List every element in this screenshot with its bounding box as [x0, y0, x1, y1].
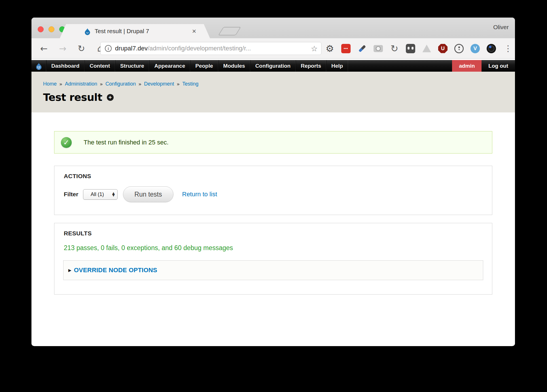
drupal-favicon-icon [84, 27, 91, 35]
toolbar-logout-link[interactable]: Log out [482, 60, 515, 72]
tab-close-icon[interactable]: ✕ [192, 28, 196, 34]
status-message: ✓ The test run finished in 25 sec. [54, 131, 492, 154]
toolbar-item-reports[interactable]: Reports [296, 60, 326, 72]
url-text[interactable]: drupal7.dev/admin/config/development/tes… [115, 45, 251, 52]
screenshot-extension-icon[interactable] [374, 45, 383, 52]
toolbar-item-appearance[interactable]: Appearance [149, 60, 190, 72]
forward-icon: → [57, 43, 68, 54]
extension-row: ⚙ ••• ↻ U V ⋮ [325, 38, 512, 59]
select-stepper-icon: ▲ ▼ [111, 192, 117, 197]
override-node-options-fieldset[interactable]: ▶ OVERRIDE NODE OPTIONS [63, 260, 483, 280]
session-refresh-extension-icon[interactable]: ↻ [390, 44, 399, 53]
browser-navbar: ← → ↻ ⌂ i drupal7.dev/admin/config/devel… [31, 38, 515, 59]
status-message-text: The test run finished in 25 sec. [84, 139, 169, 146]
page-info-icon[interactable]: i [105, 45, 112, 52]
password-manager-extension-icon[interactable]: ••• [341, 44, 351, 53]
url-bar[interactable]: i drupal7.dev/admin/config/development/t… [100, 42, 321, 55]
add-shortcut-icon[interactable]: + [107, 94, 114, 101]
collapsed-arrow-icon: ▶ [68, 268, 71, 272]
tab-title: Test result | Drupal 7 [95, 28, 149, 35]
breadcrumb-development[interactable]: Development [144, 81, 174, 87]
browser-menu-icon[interactable]: ⋮ [504, 44, 512, 53]
breadcrumb-separator: » [59, 81, 62, 87]
camera-lens-extension-icon[interactable] [487, 44, 496, 53]
breadcrumb-configuration[interactable]: Configuration [105, 81, 136, 87]
breadcrumb-separator: » [138, 81, 141, 87]
toolbar-item-structure[interactable]: Structure [115, 60, 149, 72]
reload-icon[interactable]: ↻ [76, 43, 87, 54]
userscript-extension-icon[interactable] [406, 44, 415, 53]
toolbar-item-modules[interactable]: Modules [218, 60, 250, 72]
return-to-list-link[interactable]: Return to list [182, 191, 217, 198]
breadcrumb-home[interactable]: Home [43, 81, 57, 87]
filter-select-value: All (1) [83, 191, 111, 197]
browser-window: Test result | Drupal 7 ✕ Oliver ← → ↻ ⌂ … [31, 18, 515, 346]
filter-select[interactable]: All (1) ▲ ▼ [83, 189, 118, 200]
breadcrumb-separator: » [177, 81, 180, 87]
color-picker-extension-icon[interactable] [357, 44, 367, 53]
actions-panel: ACTIONS Filter All (1) ▲ ▼ Run tests Ret… [54, 166, 492, 215]
traffic-lights [38, 26, 65, 32]
vim-navigation-extension-icon[interactable]: V [470, 44, 480, 53]
breadcrumb-separator: » [100, 81, 103, 87]
url-path: /admin/config/development/testing/r... [148, 45, 251, 52]
browser-profile-name[interactable]: Oliver [493, 24, 509, 31]
drupal-logo-icon[interactable] [31, 60, 46, 72]
toolbar-user-admin[interactable]: admin [452, 60, 482, 72]
actions-heading: ACTIONS [54, 166, 492, 180]
bookmark-star-icon[interactable]: ☆ [311, 44, 318, 53]
settings-gear-icon[interactable]: ⚙ [325, 44, 334, 53]
toolbar-item-help[interactable]: Help [326, 60, 348, 72]
breadcrumb: Home » Administration » Configuration » … [43, 72, 515, 87]
page-header: Home » Administration » Configuration » … [31, 72, 515, 112]
override-node-options-link[interactable]: OVERRIDE NODE OPTIONS [74, 267, 157, 274]
page-title: Test result [43, 91, 102, 103]
password-vault-extension-icon[interactable] [454, 44, 464, 53]
breadcrumb-testing[interactable]: Testing [182, 81, 198, 87]
toolbar-item-dashboard[interactable]: Dashboard [46, 60, 84, 72]
status-ok-icon: ✓ [61, 137, 72, 148]
results-summary: 213 passes, 0 fails, 0 exceptions, and 6… [64, 244, 492, 252]
breadcrumb-administration[interactable]: Administration [65, 81, 97, 87]
url-host: drupal7.dev [115, 45, 148, 52]
browser-tab[interactable]: Test result | Drupal 7 ✕ [60, 24, 210, 38]
screenshot-canvas: Test result | Drupal 7 ✕ Oliver ← → ↻ ⌂ … [0, 0, 547, 392]
results-panel: RESULTS 213 passes, 0 fails, 0 exception… [54, 223, 492, 295]
close-window-button[interactable] [38, 26, 44, 32]
drupal-page: Dashboard Content Structure Appearance P… [31, 59, 515, 346]
back-icon[interactable]: ← [38, 43, 50, 54]
toolbar-item-people[interactable]: People [190, 60, 218, 72]
run-tests-button[interactable]: Run tests [123, 186, 173, 202]
results-heading: RESULTS [54, 223, 492, 237]
new-tab-button[interactable] [218, 27, 241, 35]
drupal-admin-toolbar: Dashboard Content Structure Appearance P… [31, 60, 515, 72]
cloud-drive-extension-icon[interactable] [422, 44, 431, 53]
toolbar-item-configuration[interactable]: Configuration [250, 60, 296, 72]
page-content: ✓ The test run finished in 25 sec. ACTIO… [31, 131, 515, 295]
filter-label: Filter [64, 191, 78, 198]
toolbar-item-content[interactable]: Content [84, 60, 115, 72]
minimize-window-button[interactable] [48, 26, 54, 32]
content-blocker-extension-icon[interactable]: U [438, 44, 448, 53]
browser-titlebar: Test result | Drupal 7 ✕ Oliver [31, 18, 515, 38]
